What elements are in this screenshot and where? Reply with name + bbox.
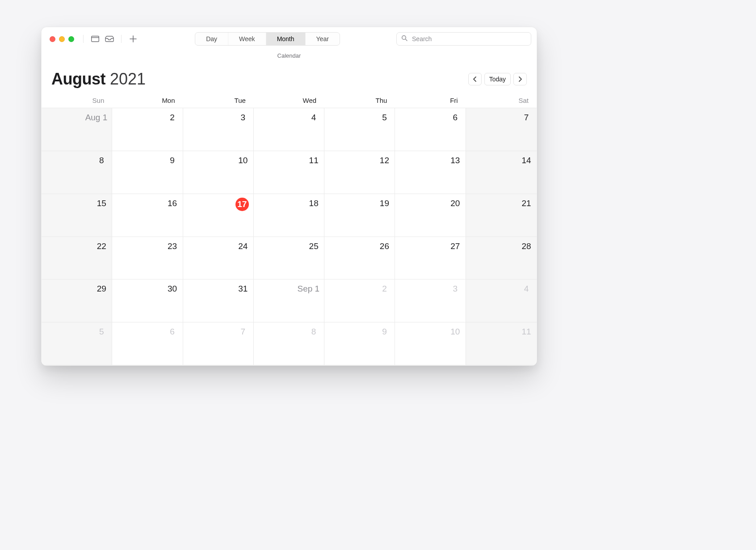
svg-rect-0 (92, 36, 99, 42)
day-cell[interactable]: 22 (42, 237, 112, 280)
month-grid: Aug 123456789101112131415161718192021222… (42, 108, 537, 365)
search-input[interactable] (411, 35, 526, 43)
day-cell[interactable]: 5 (324, 108, 395, 151)
day-cell[interactable]: 10 (395, 322, 466, 365)
zoom-window-button[interactable] (68, 36, 74, 42)
month-nav: Today (468, 73, 527, 85)
day-number: 28 (521, 241, 532, 252)
today-label: Today (489, 76, 506, 83)
day-cell[interactable]: 23 (112, 237, 183, 280)
day-number: 5 (96, 326, 107, 338)
day-cell[interactable]: 3 (183, 108, 254, 151)
day-cell[interactable]: 21 (466, 194, 537, 237)
day-number: 20 (449, 198, 461, 209)
day-number: 25 (308, 241, 319, 252)
today-button[interactable]: Today (484, 73, 511, 85)
day-cell[interactable]: 10 (183, 151, 254, 194)
day-cell[interactable]: 11 (254, 151, 324, 194)
day-cell[interactable]: 11 (466, 322, 537, 365)
day-cell[interactable]: 13 (395, 151, 466, 194)
day-number: 18 (308, 198, 319, 209)
day-number: 3 (237, 112, 249, 123)
day-number: Sep 1 (297, 283, 319, 295)
day-cell[interactable]: 30 (112, 279, 183, 322)
day-number: 12 (378, 155, 390, 166)
day-number: 27 (449, 241, 461, 252)
view-tab-week[interactable]: Week (228, 33, 266, 45)
divider (121, 35, 122, 43)
day-number: 2 (167, 112, 178, 123)
day-cell[interactable]: 2 (324, 279, 395, 322)
day-cell[interactable]: 24 (183, 237, 254, 280)
prev-month-button[interactable] (468, 73, 482, 85)
day-cell[interactable]: 17 (183, 194, 254, 237)
view-tab-year[interactable]: Year (305, 33, 340, 45)
day-number: 11 (521, 326, 532, 338)
weekday-header: Thu (324, 97, 395, 104)
day-number: 4 (521, 283, 532, 295)
day-cell[interactable]: 15 (42, 194, 112, 237)
day-number: 10 (237, 155, 249, 166)
day-cell[interactable]: 4 (254, 108, 324, 151)
weekday-header: Sun (42, 97, 112, 104)
day-number: Aug 1 (85, 112, 108, 123)
day-number: 7 (237, 326, 249, 338)
svg-line-3 (406, 39, 407, 41)
day-cell[interactable]: 4 (466, 279, 537, 322)
day-number: 30 (167, 283, 178, 295)
minimize-window-button[interactable] (59, 36, 65, 42)
day-cell[interactable]: 8 (42, 151, 112, 194)
close-window-button[interactable] (50, 36, 55, 42)
view-segmented-control: DayWeekMonthYear (195, 32, 340, 46)
day-cell[interactable]: 16 (112, 194, 183, 237)
search-icon (401, 35, 407, 43)
divider (83, 35, 84, 43)
day-cell[interactable]: 9 (112, 151, 183, 194)
day-cell[interactable]: 6 (395, 108, 466, 151)
inbox-icon[interactable] (104, 34, 115, 43)
calendars-sidebar-icon[interactable] (90, 34, 101, 43)
search-field[interactable] (396, 32, 531, 46)
day-number: 19 (378, 198, 390, 209)
add-event-icon[interactable] (128, 34, 139, 43)
day-cell[interactable]: 28 (466, 237, 537, 280)
day-cell[interactable]: 19 (324, 194, 395, 237)
day-cell[interactable]: 5 (42, 322, 112, 365)
window-controls (50, 36, 74, 42)
day-cell[interactable]: 27 (395, 237, 466, 280)
calendar-window: DayWeekMonthYear Calendar August 2021 (41, 27, 537, 366)
day-cell[interactable]: 9 (324, 322, 395, 365)
weekday-header: Mon (112, 97, 183, 104)
weekday-header: Sat (466, 97, 537, 104)
view-tab-day[interactable]: Day (195, 33, 228, 45)
day-cell[interactable]: 7 (466, 108, 537, 151)
view-tab-month[interactable]: Month (266, 33, 305, 45)
month-title: August 2021 (51, 70, 146, 89)
weekday-header-row: SunMonTueWedThuFriSat (42, 89, 537, 108)
day-cell[interactable]: 14 (466, 151, 537, 194)
day-number: 7 (521, 112, 532, 123)
day-number: 5 (378, 112, 390, 123)
day-cell[interactable]: 6 (112, 322, 183, 365)
day-cell[interactable]: 20 (395, 194, 466, 237)
day-cell[interactable]: Sep 1 (254, 279, 324, 322)
day-cell[interactable]: 7 (183, 322, 254, 365)
day-cell[interactable]: Aug 1 (42, 108, 112, 151)
day-number: 17 (235, 198, 249, 211)
day-cell[interactable]: 18 (254, 194, 324, 237)
next-month-button[interactable] (513, 73, 527, 85)
day-number: 26 (378, 241, 390, 252)
day-cell[interactable]: 29 (42, 279, 112, 322)
day-cell[interactable]: 31 (183, 279, 254, 322)
day-cell[interactable]: 8 (254, 322, 324, 365)
day-number: 15 (96, 198, 107, 209)
day-cell[interactable]: 26 (324, 237, 395, 280)
day-number: 21 (521, 198, 532, 209)
day-number: 9 (378, 326, 390, 338)
day-cell[interactable]: 12 (324, 151, 395, 194)
weekday-header: Fri (395, 97, 466, 104)
day-cell[interactable]: 2 (112, 108, 183, 151)
day-cell[interactable]: 25 (254, 237, 324, 280)
toolbar: DayWeekMonthYear (42, 27, 537, 51)
day-cell[interactable]: 3 (395, 279, 466, 322)
